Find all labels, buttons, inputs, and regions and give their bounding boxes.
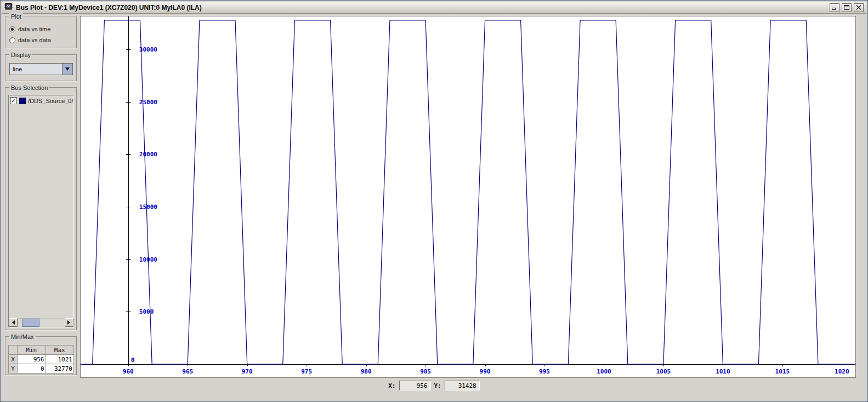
scroll-right-button[interactable] (65, 318, 73, 327)
plot-options-group: Plot data vs time data vs data (5, 16, 77, 49)
window-title: Bus Plot - DEV:1 MyDevice1 (XC7Z020) UNI… (16, 4, 826, 12)
scroll-left-button[interactable] (9, 318, 18, 327)
display-group-title: Display (9, 51, 32, 59)
statusbar: X: 956 Y: 31428 (2, 379, 866, 392)
svg-text:1010: 1010 (716, 368, 730, 375)
plot-canvas[interactable]: 9609659709759809859909951000100510101015… (81, 16, 855, 377)
cursor-x-label: X: (388, 382, 395, 389)
y-min-cell[interactable]: 0 (18, 364, 46, 373)
table-row: X 956 1021 (9, 355, 74, 364)
maximize-button[interactable] (842, 3, 852, 12)
minmax-group: Min/Max Min Max X 956 1021 Y (5, 336, 77, 376)
svg-text:985: 985 (420, 368, 431, 375)
close-icon (855, 4, 862, 10)
svg-text:25000: 25000 (139, 99, 157, 106)
svg-text:975: 975 (301, 368, 312, 375)
minmax-row-x-label: X (9, 355, 18, 364)
y-max-cell[interactable]: 32770 (46, 364, 74, 373)
cursor-x-field[interactable]: 956 (399, 381, 431, 390)
arrow-left-icon (10, 320, 15, 325)
svg-text:970: 970 (242, 368, 253, 375)
svg-text:960: 960 (123, 368, 134, 375)
bus-selection-group-title: Bus Selection (9, 84, 49, 92)
svg-text:1005: 1005 (656, 368, 671, 375)
window-content: Plot data vs time data vs data Display l… (2, 14, 866, 400)
plot-panel: 9609659709759809859909951000100510101015… (80, 16, 856, 378)
radio-unselected-icon (9, 37, 15, 43)
display-group: Display line (5, 54, 77, 82)
svg-text:1000: 1000 (597, 368, 611, 375)
radio-data-vs-time-label: data vs time (18, 26, 50, 32)
svg-text:20000: 20000 (139, 151, 157, 158)
svg-text:1015: 1015 (775, 368, 790, 375)
svg-text:980: 980 (361, 368, 372, 375)
table-row: Y 0 32770 (9, 364, 74, 373)
bus-color-swatch (19, 98, 26, 104)
cursor-y-field[interactable]: 31428 (445, 381, 480, 390)
x-max-cell[interactable]: 1021 (46, 355, 74, 364)
bus-checkbox[interactable]: ✓ (10, 97, 17, 104)
window-controls (830, 3, 864, 12)
chevron-down-icon (65, 67, 70, 73)
radio-selected-icon (9, 26, 15, 32)
minmax-corner-cell (9, 346, 18, 355)
sidebar: Plot data vs time data vs data Display l… (4, 16, 78, 381)
cursor-y-label: Y: (434, 382, 441, 389)
combobox-arrow-button[interactable] (62, 64, 72, 75)
bus-plot-window: Bus Plot - DEV:1 MyDevice1 (XC7Z020) UNI… (0, 0, 868, 402)
chipscope-app-icon (4, 2, 13, 13)
svg-text:995: 995 (539, 368, 550, 375)
svg-text:30000: 30000 (139, 46, 157, 53)
minmax-row-y-label: Y (9, 364, 18, 373)
display-combobox[interactable]: line (9, 63, 73, 75)
minmax-col-max: Max (46, 346, 74, 355)
bus-list-hscrollbar[interactable] (9, 318, 73, 327)
minimize-icon (831, 4, 838, 10)
minimize-button[interactable] (830, 3, 839, 12)
svg-text:15000: 15000 (139, 203, 157, 211)
bus-name-label: /DDS_Source_0/ (28, 98, 73, 104)
x-min-cell[interactable]: 956 (18, 355, 46, 364)
display-combobox-value: line (10, 64, 62, 75)
svg-text:5000: 5000 (139, 308, 154, 315)
svg-text:0: 0 (131, 356, 135, 364)
arrow-right-icon (67, 320, 72, 325)
svg-text:965: 965 (182, 368, 193, 375)
minmax-col-min: Min (18, 346, 46, 355)
close-button[interactable] (854, 3, 864, 12)
svg-text:1020: 1020 (835, 368, 849, 375)
radio-data-vs-data-label: data vs data (18, 37, 51, 43)
scrollbar-thumb[interactable] (22, 319, 39, 327)
bus-selection-list: ✓ /DDS_Source_0/ (8, 95, 74, 327)
bus-selection-group: Bus Selection ✓ /DDS_Source_0/ (5, 87, 77, 331)
radio-data-vs-time[interactable]: data vs time (9, 24, 73, 35)
plot-group-title: Plot (9, 13, 23, 20)
svg-text:990: 990 (480, 368, 491, 375)
minmax-group-title: Min/Max (9, 333, 36, 341)
radio-data-vs-data[interactable]: data vs data (9, 35, 73, 46)
titlebar[interactable]: Bus Plot - DEV:1 MyDevice1 (XC7Z020) UNI… (2, 2, 866, 14)
bus-list-item[interactable]: ✓ /DDS_Source_0/ (9, 95, 73, 106)
scrollbar-track[interactable] (18, 318, 65, 327)
minmax-header-row: Min Max (9, 346, 74, 355)
minmax-table: Min Max X 956 1021 Y 0 32770 (8, 345, 74, 373)
maximize-icon (843, 4, 850, 10)
